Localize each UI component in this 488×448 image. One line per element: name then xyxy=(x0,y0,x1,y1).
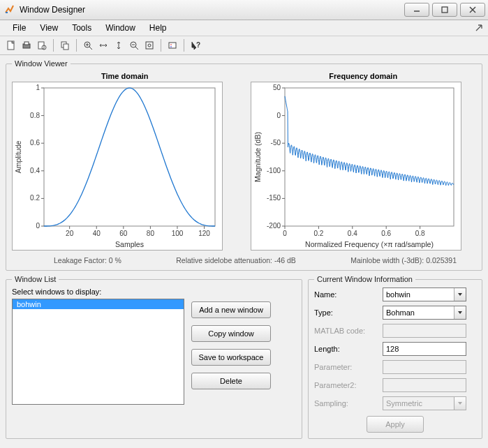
svg-text:Amplitude: Amplitude xyxy=(14,141,22,174)
menu-tools[interactable]: Tools xyxy=(65,22,98,34)
stat-mainlobe: Mainlobe width (-3dB): 0.025391 xyxy=(350,256,457,264)
whats-this-icon[interactable]: ? xyxy=(188,38,202,52)
window-list-box[interactable]: bohwin xyxy=(12,299,184,405)
name-combo[interactable]: bohwin xyxy=(383,288,466,301)
svg-text:0.2: 0.2 xyxy=(313,230,323,237)
svg-text:0.4: 0.4 xyxy=(347,230,357,237)
window-viewer-panel: Window Viewer Time domain 20406080100120… xyxy=(6,59,482,271)
window-title: Window Designer xyxy=(20,5,85,15)
chevron-down-icon[interactable] xyxy=(454,306,466,319)
separator xyxy=(76,39,77,52)
svg-text:120: 120 xyxy=(198,230,210,237)
svg-text:?: ? xyxy=(196,41,200,49)
svg-text:0.8: 0.8 xyxy=(415,230,424,237)
print-preview-icon[interactable] xyxy=(35,38,49,52)
separator xyxy=(161,39,161,52)
param2-label: Parameter2: xyxy=(314,381,383,389)
time-domain-plot[interactable]: 2040608010012000.20.40.60.81SamplesAmpli… xyxy=(12,82,223,251)
minimize-button[interactable] xyxy=(404,3,429,17)
svg-text:60: 60 xyxy=(119,230,128,237)
save-workspace-button[interactable]: Save to workspace xyxy=(191,349,271,366)
separator xyxy=(53,39,54,52)
dock-icon[interactable] xyxy=(474,23,484,33)
info-legend: Current Window Information xyxy=(314,275,415,283)
sampling-label: Sampling: xyxy=(314,399,383,408)
time-domain-title: Time domain xyxy=(12,72,238,80)
menu-window[interactable]: Window xyxy=(98,22,142,34)
param-field xyxy=(383,360,466,374)
window-list-prompt: Select windows to display: xyxy=(12,288,296,296)
svg-rect-10 xyxy=(64,44,68,50)
stat-leakage: Leakage Factor: 0 % xyxy=(54,256,121,264)
maximize-button[interactable] xyxy=(432,3,457,17)
svg-text:0: 0 xyxy=(283,230,287,237)
svg-text:-150: -150 xyxy=(266,194,280,202)
svg-text:-100: -100 xyxy=(266,167,280,174)
title-bar: Window Designer xyxy=(0,0,488,20)
svg-text:100: 100 xyxy=(172,230,184,237)
svg-text:0.6: 0.6 xyxy=(30,139,40,147)
code-label: MATLAB code: xyxy=(314,327,383,335)
delete-button[interactable]: Delete xyxy=(191,373,271,389)
new-icon[interactable] xyxy=(4,38,18,52)
type-label: Type: xyxy=(314,308,383,317)
time-domain-chart: Time domain 2040608010012000.20.40.60.81… xyxy=(12,72,238,252)
copy-window-button[interactable]: Copy window xyxy=(191,325,271,342)
viewer-stats: Leakage Factor: 0 % Relative sidelobe at… xyxy=(54,256,457,264)
zoom-y-icon[interactable] xyxy=(112,38,126,52)
svg-text:20: 20 xyxy=(66,230,74,237)
param-label: Parameter: xyxy=(314,363,383,371)
svg-text:0.6: 0.6 xyxy=(381,230,391,237)
current-window-info-panel: Current Window Information Name: bohwin … xyxy=(308,275,482,439)
full-view-icon[interactable] xyxy=(142,38,156,52)
legend-icon[interactable] xyxy=(165,38,179,52)
code-field xyxy=(383,324,466,338)
svg-text:0.8: 0.8 xyxy=(30,112,40,119)
svg-text:50: 50 xyxy=(272,84,281,91)
stat-sidelobe: Relative sidelobe attenuation: -46 dB xyxy=(176,256,296,264)
svg-text:Magnitude (dB): Magnitude (dB) xyxy=(253,132,262,182)
svg-rect-24 xyxy=(44,88,215,226)
sampling-combo: Symmetric xyxy=(383,396,466,410)
svg-text:0.2: 0.2 xyxy=(30,194,40,202)
svg-text:Normalized Frequency  (×π rad/: Normalized Frequency (×π rad/sample) xyxy=(305,240,434,248)
freq-domain-chart: Frequency domain 00.20.40.60.8-200-150-1… xyxy=(251,72,477,252)
chevron-down-icon[interactable] xyxy=(454,288,466,301)
svg-text:Samples: Samples xyxy=(115,240,144,248)
window-list-legend: Window List xyxy=(12,275,59,283)
svg-rect-18 xyxy=(146,42,153,49)
menu-help[interactable]: Help xyxy=(142,22,174,34)
zoom-out-icon[interactable] xyxy=(127,38,141,52)
svg-rect-1 xyxy=(442,7,448,13)
matlab-icon xyxy=(4,4,15,15)
list-item[interactable]: bohwin xyxy=(13,299,184,309)
param2-field xyxy=(383,378,466,392)
print-icon[interactable] xyxy=(20,38,34,52)
zoom-in-icon[interactable] xyxy=(81,38,95,52)
type-combo[interactable]: Bohman xyxy=(383,306,466,320)
freq-domain-title: Frequency domain xyxy=(251,72,477,80)
separator xyxy=(184,39,184,52)
menu-file[interactable]: File xyxy=(6,22,33,34)
menu-bar: File View Tools Window Help xyxy=(0,20,488,36)
window-list-panel: Window List Select windows to display: b… xyxy=(6,275,302,439)
svg-text:-50: -50 xyxy=(270,139,281,147)
svg-line-12 xyxy=(89,47,92,50)
freq-domain-plot[interactable]: 00.20.40.60.8-200-150-100-50050Normalize… xyxy=(251,82,461,251)
svg-text:1: 1 xyxy=(36,84,40,91)
close-button[interactable] xyxy=(460,3,485,17)
zoom-x-icon[interactable] xyxy=(96,38,110,52)
svg-text:0: 0 xyxy=(276,112,281,119)
toolbar: ? xyxy=(0,36,488,55)
svg-rect-51 xyxy=(285,88,454,226)
copy-icon[interactable] xyxy=(58,38,72,52)
length-label: Length: xyxy=(314,345,383,353)
svg-text:0: 0 xyxy=(36,222,40,230)
add-window-button[interactable]: Add a new window xyxy=(191,301,271,318)
svg-text:0.4: 0.4 xyxy=(30,167,40,174)
svg-text:80: 80 xyxy=(147,230,155,237)
length-field[interactable]: 128 xyxy=(383,342,466,356)
menu-view[interactable]: View xyxy=(33,22,65,34)
apply-button: Apply xyxy=(367,416,424,433)
svg-text:40: 40 xyxy=(93,230,101,237)
